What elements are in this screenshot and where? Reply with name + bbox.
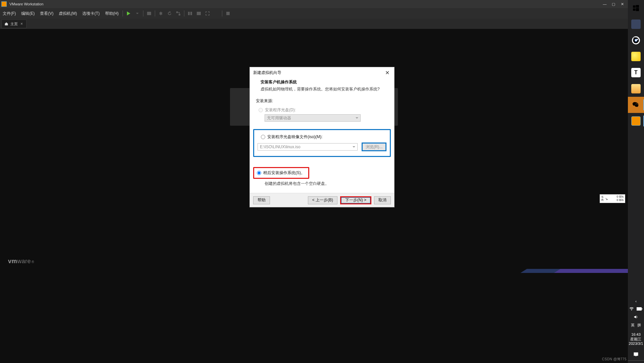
- svg-rect-3: [188, 12, 190, 15]
- iso-highlight-box: 安装程序光盘映像文件(iso)(M): E:\ISO\LINUX\linux.i…: [253, 129, 391, 157]
- back-label: < 上一步(B): [312, 197, 333, 203]
- help-button[interactable]: 帮助: [253, 196, 270, 204]
- radio-disc: [259, 108, 263, 112]
- show-desktop-button[interactable]: [628, 360, 644, 362]
- window-title: VMware Workstation: [9, 2, 43, 6]
- iso-path-value: E:\ISO\LINUX\linux.iso: [260, 145, 301, 149]
- radio-later[interactable]: [257, 171, 261, 175]
- install-source-label: 安装来源:: [256, 98, 389, 104]
- clock-time: 16:43: [629, 332, 643, 337]
- tray-notifications[interactable]: [628, 352, 644, 357]
- browse-label: 浏览(R)...: [366, 144, 383, 150]
- brand-vm: vm: [8, 258, 17, 265]
- svg-rect-9: [633, 8, 636, 11]
- wizard-footer: 帮助 < 上一步(B) 下一步(N) > 取消: [250, 193, 394, 207]
- clock-date: 2023/3/1: [629, 341, 643, 346]
- fullscreen-icon[interactable]: [203, 9, 212, 18]
- t-app-icon: T: [631, 68, 641, 77]
- wifi-icon: [629, 307, 634, 311]
- windows-taskbar: T ‹ 英 拼 16:43 星期三 2023/3/1: [628, 0, 644, 363]
- power-dropdown-icon[interactable]: [133, 9, 142, 18]
- svg-rect-8: [636, 5, 639, 8]
- cancel-button[interactable]: 取消: [374, 196, 391, 204]
- help-label: 帮助: [258, 197, 266, 203]
- radio-iso[interactable]: [261, 135, 265, 139]
- menu-file[interactable]: 文件(F): [0, 8, 18, 19]
- brand-r: ®: [32, 260, 34, 264]
- wizard-header: 安装客户机操作系统 虚拟机如同物理机，需要操作系统。您将如何安装客户机操作系统?: [250, 78, 394, 95]
- next-button[interactable]: 下一步(N) >: [340, 196, 371, 204]
- disc-drive-value: 无可用驱动器: [267, 115, 291, 121]
- new-vm-wizard: 新建虚拟机向导 ✕ 安装客户机操作系统 虚拟机如同物理机，需要操作系统。您将如何…: [249, 67, 395, 207]
- option-later-label: 稍后安装操作系统(S)。: [263, 170, 305, 176]
- ns-up: 0 B/s: [616, 199, 624, 202]
- vmware-titlebar: VMware Workstation — ▢ ✕: [0, 0, 628, 8]
- console-icon[interactable]: [224, 9, 232, 18]
- vmware-icon: [631, 116, 641, 126]
- taskbar-app-wechat[interactable]: [628, 97, 644, 113]
- menu-view[interactable]: 查看(V): [37, 8, 56, 19]
- later-hint: 创建的虚拟机将包含一个空白硬盘。: [265, 181, 389, 187]
- option-iso-label: 安装程序光盘映像文件(iso)(M):: [267, 134, 323, 140]
- app-icon: [631, 19, 641, 29]
- net-speed-widget[interactable]: S R ↘ 0 B/s 0 B/s: [600, 194, 625, 203]
- view-single-icon[interactable]: [186, 9, 194, 18]
- next-label: 下一步(N) >: [345, 197, 366, 203]
- taskbar-app-explorer[interactable]: [628, 81, 644, 97]
- svg-rect-15: [637, 308, 641, 310]
- taskbar-app-yellow[interactable]: [628, 48, 644, 65]
- wizard-close-icon[interactable]: ✕: [384, 68, 391, 77]
- send-cad-icon[interactable]: [145, 9, 153, 18]
- view-multi-icon[interactable]: [194, 9, 203, 18]
- option-later[interactable]: 稍后安装操作系统(S)。: [257, 170, 305, 176]
- unity-icon[interactable]: [212, 9, 221, 18]
- ns-arrow-icon: ↘: [605, 197, 608, 201]
- system-tray: ‹ 英 拼 16:43 星期三 2023/3/1: [628, 299, 644, 363]
- back-button[interactable]: < 上一步(B): [308, 196, 337, 204]
- taskbar-app-vmware[interactable]: [628, 113, 644, 129]
- close-button[interactable]: ✕: [618, 0, 627, 8]
- menu-vm[interactable]: 虚拟机(M): [56, 8, 80, 19]
- menu-edit[interactable]: 编辑(E): [18, 8, 37, 19]
- home-icon: [4, 22, 8, 26]
- svg-rect-4: [190, 12, 192, 15]
- volume-icon: [634, 315, 638, 319]
- tray-clock[interactable]: 16:43 星期三 2023/3/1: [629, 331, 643, 348]
- start-button[interactable]: [628, 0, 644, 16]
- disc-drive-combobox: 无可用驱动器: [265, 114, 361, 122]
- wechat-icon: [631, 100, 641, 110]
- menu-tabs[interactable]: 选项卡(T): [80, 8, 102, 19]
- revert-icon[interactable]: [165, 9, 174, 18]
- wizard-title: 新建虚拟机向导: [253, 70, 281, 76]
- svg-rect-16: [642, 308, 642, 310]
- explorer-icon: [631, 84, 641, 93]
- yellow-app-icon: [631, 52, 641, 61]
- ns-label-r: R: [601, 199, 604, 202]
- tab-home[interactable]: 主页 ×: [1, 19, 27, 28]
- ime-mode: 拼: [637, 323, 641, 328]
- tray-chevron[interactable]: ‹: [628, 299, 644, 303]
- tray-net-battery[interactable]: [628, 307, 644, 311]
- vmware-menubar: 文件(F) 编辑(E) 查看(V) 虚拟机(M) 选项卡(T) 帮助(H): [0, 8, 628, 19]
- wizard-body: 安装来源: 安装程序光盘(D): 无可用驱动器 安装程序光盘映像文件(iso)(…: [250, 95, 394, 193]
- power-on-icon[interactable]: [124, 9, 133, 18]
- minimize-button[interactable]: —: [600, 0, 609, 8]
- tray-ime[interactable]: 英 拼: [628, 323, 644, 328]
- maximize-button[interactable]: ▢: [609, 0, 618, 8]
- wizard-heading: 安装客户机操作系统: [261, 79, 389, 85]
- svg-rect-2: [179, 14, 180, 15]
- tab-close-icon[interactable]: ×: [20, 22, 24, 26]
- taskbar-app-chrome[interactable]: [628, 32, 644, 48]
- cancel-label: 取消: [378, 197, 386, 203]
- menu-help[interactable]: 帮助(H): [102, 8, 122, 19]
- windows-logo-icon: [633, 5, 639, 11]
- taskbar-app-generic[interactable]: [628, 16, 644, 32]
- iso-path-field: E:\ISO\LINUX\linux.iso: [258, 143, 358, 151]
- manage-snapshots-icon[interactable]: [174, 9, 183, 18]
- browse-button: 浏览(R)...: [362, 143, 386, 151]
- tray-volume[interactable]: [628, 315, 644, 319]
- wizard-subheading: 虚拟机如同物理机，需要操作系统。您将如何安装客户机操作系统?: [261, 86, 389, 92]
- snapshot-icon[interactable]: [156, 9, 165, 18]
- option-iso[interactable]: 安装程序光盘映像文件(iso)(M):: [261, 134, 386, 140]
- taskbar-app-text[interactable]: T: [628, 65, 644, 81]
